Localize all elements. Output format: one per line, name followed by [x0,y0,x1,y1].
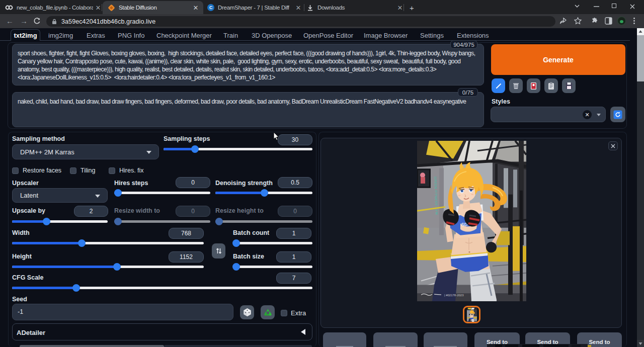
svg-text:| #02178-2023: | #02178-2023 [444,294,464,297]
svg-text:C: C [209,5,213,10]
